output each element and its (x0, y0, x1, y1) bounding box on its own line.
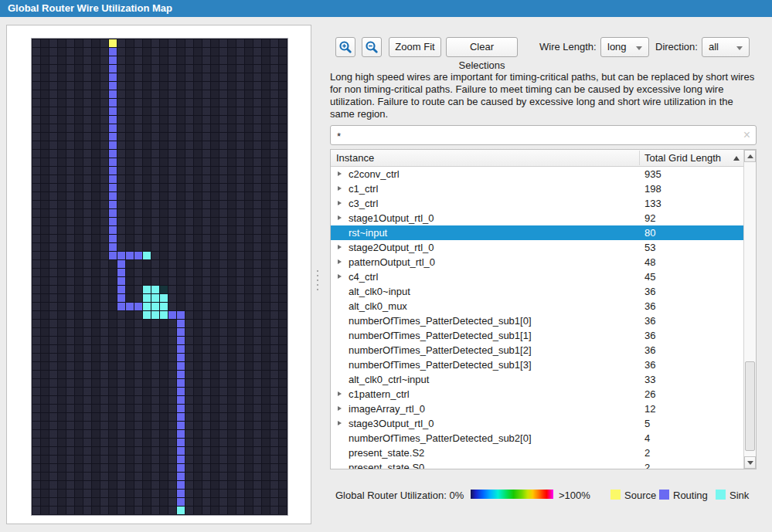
table-row[interactable]: present_state.S22 (331, 446, 743, 460)
clear-filter-icon[interactable]: × (743, 127, 750, 143)
routing-cell (117, 269, 125, 276)
routing-color-swatch (659, 490, 669, 500)
instance-name: stage1Output_rtl_0 (349, 211, 434, 225)
routing-cell (177, 396, 185, 404)
table-row[interactable]: numberOfTimes_PatterDetected_sub1[0]36 (331, 313, 743, 328)
wire-length-dropdown[interactable]: long (600, 37, 649, 57)
total-grid-length-value: 2 (644, 460, 650, 469)
routing-cell (109, 175, 117, 183)
expand-arrow-icon[interactable] (338, 201, 342, 205)
expand-arrow-icon[interactable] (338, 215, 342, 220)
filter-input[interactable] (335, 127, 733, 145)
source-legend-label: Source (624, 490, 656, 501)
expand-arrow-icon[interactable] (338, 421, 342, 425)
table-row[interactable]: numberOfTimes_PatterDetected_sub1[3]36 (331, 357, 743, 372)
routing-cell (109, 252, 117, 259)
expand-arrow-icon[interactable] (338, 245, 342, 249)
table-row[interactable]: c1pattern_ctrl26 (331, 387, 743, 402)
table-row[interactable]: numberOfTimes_PatterDetected_sub2[0]4 (331, 431, 743, 446)
column-header-instance[interactable]: Instance (336, 150, 374, 166)
total-grid-length-value: 133 (644, 196, 661, 211)
expand-arrow-icon[interactable] (338, 274, 342, 279)
expand-arrow-icon[interactable] (338, 391, 342, 396)
table-row[interactable]: rst~input80 (331, 225, 743, 240)
sort-ascending-icon[interactable] (733, 156, 740, 161)
table-row[interactable]: numberOfTimes_PatterDetected_sub1[2]36 (331, 343, 743, 357)
expand-arrow-icon[interactable] (338, 186, 342, 191)
instance-name: present_state.S0 (349, 460, 424, 469)
sink-cell (151, 303, 159, 310)
routing-cell (109, 226, 117, 234)
zoom-fit-button[interactable]: Zoom Fit (389, 37, 441, 57)
table-row[interactable]: c4_ctrl45 (331, 269, 743, 284)
table-row[interactable]: present_state.S02 (331, 460, 743, 469)
table-row[interactable]: c3_ctrl133 (331, 196, 743, 211)
routing-cell (109, 124, 117, 132)
table-row[interactable]: alt_clk0_ctrl~input33 (331, 372, 743, 387)
table-row[interactable]: stage1Output_rtl_092 (331, 211, 743, 225)
routing-cell (117, 294, 125, 302)
routing-cell (109, 158, 117, 166)
routing-cell (109, 65, 117, 73)
total-grid-length-value: 5 (644, 416, 650, 431)
scroll-up-button[interactable] (744, 150, 756, 162)
zoom-in-button[interactable] (335, 37, 355, 57)
instance-name: patternOutput_rtl_0 (349, 255, 435, 269)
table-row[interactable]: stage2Output_rtl_053 (331, 240, 743, 255)
table-row[interactable]: imageArray_rtl_012 (331, 402, 743, 416)
sink-cell (160, 303, 168, 310)
pane-splitter-handle[interactable] (316, 267, 319, 293)
window-title-bar[interactable]: Global Router Wire Utilization Map (0, 0, 772, 17)
expand-arrow-icon[interactable] (338, 171, 342, 176)
zoom-out-button[interactable] (362, 37, 382, 57)
routing-cell (177, 311, 185, 319)
routing-cell (177, 328, 185, 336)
table-scrollbar[interactable] (743, 150, 756, 469)
table-row[interactable]: c1_ctrl198 (331, 181, 743, 196)
instance-name: stage3Output_rtl_0 (349, 416, 434, 431)
routing-cell (134, 252, 142, 259)
table-row[interactable]: numberOfTimes_PatterDetected_sub1[1]36 (331, 328, 743, 343)
routing-legend-label: Routing (673, 490, 708, 501)
total-grid-length-value: 198 (644, 181, 661, 196)
column-header-total-grid-length[interactable]: Total Grid Length (644, 150, 721, 166)
scroll-up-icon (747, 154, 753, 158)
routing-cell (177, 354, 185, 361)
routing-cell (109, 107, 117, 115)
table-header[interactable]: Instance Total Grid Length (331, 150, 756, 167)
source-cell (109, 39, 117, 47)
total-grid-length-value: 53 (644, 240, 655, 255)
instance-table: Instance Total Grid Length c2conv_ctrl93… (330, 149, 757, 469)
total-grid-length-value: 4 (644, 431, 650, 446)
total-grid-length-value: 45 (644, 269, 655, 284)
table-row[interactable]: alt_clk0_mux36 (331, 299, 743, 313)
routing-cell (177, 473, 185, 480)
scrollbar-thumb[interactable] (745, 361, 755, 451)
instance-name: numberOfTimes_PatterDetected_sub1[2] (349, 343, 532, 357)
sink-cell (151, 311, 159, 319)
clear-selections-button[interactable]: Clear Selections (446, 37, 518, 57)
table-row[interactable]: c2conv_ctrl935 (331, 167, 743, 181)
expand-arrow-icon[interactable] (338, 259, 342, 264)
table-row[interactable]: patternOutput_rtl_048 (331, 255, 743, 269)
routing-cell (126, 303, 134, 310)
direction-dropdown[interactable]: all (702, 37, 750, 57)
table-row[interactable]: alt_clk0~input36 (331, 284, 743, 299)
routing-cell (126, 252, 134, 259)
wire-utilization-map[interactable] (31, 38, 288, 516)
direction-label: Direction: (655, 37, 698, 57)
routing-cell (117, 252, 125, 259)
sink-cell (177, 507, 185, 514)
column-separator[interactable] (639, 151, 640, 165)
routing-cell (109, 192, 117, 200)
routing-cell (134, 303, 142, 310)
routing-cell (117, 277, 125, 285)
expand-arrow-icon[interactable] (338, 406, 342, 411)
total-grid-length-value: 36 (644, 357, 655, 372)
total-grid-length-value: 80 (644, 225, 655, 240)
scroll-down-button[interactable] (744, 456, 756, 469)
total-grid-length-value: 92 (644, 211, 655, 225)
total-grid-length-value: 33 (644, 372, 655, 387)
instance-name: c1pattern_ctrl (349, 387, 410, 402)
table-row[interactable]: stage3Output_rtl_05 (331, 416, 743, 431)
